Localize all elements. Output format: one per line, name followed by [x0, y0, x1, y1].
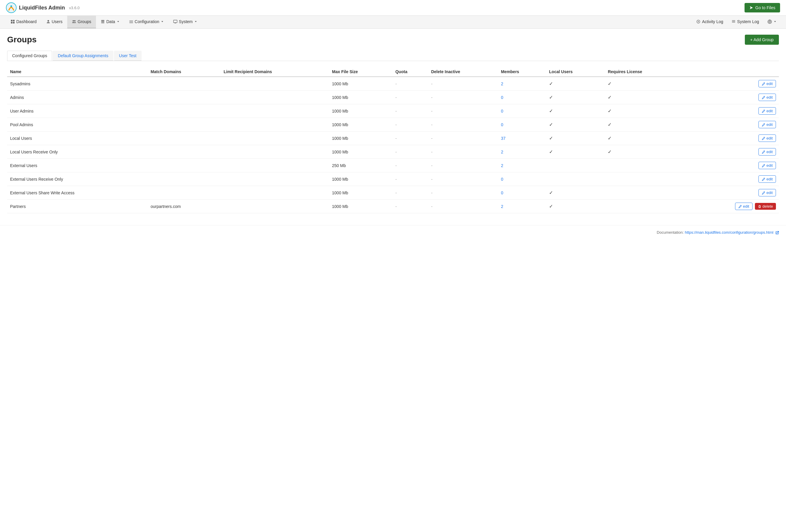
col-header-name: Name [7, 67, 147, 77]
groups-icon [72, 20, 76, 24]
cell-actions: edit [685, 159, 779, 172]
edit-button[interactable]: edit [759, 189, 776, 196]
members-link[interactable]: 0 [501, 109, 503, 113]
cell-actions: edit [685, 91, 779, 104]
svg-rect-19 [175, 23, 176, 23]
edit-button[interactable]: edit [735, 203, 753, 210]
cell-max-file-size: 250 Mb [329, 159, 392, 172]
nav-item-activity-log[interactable]: Activity Log [693, 16, 727, 28]
chevron-down-icon [194, 20, 197, 23]
cell-local-users: ✓ [546, 132, 605, 145]
nav-item-system-log[interactable]: System Log [728, 16, 763, 28]
members-link[interactable]: 2 [501, 163, 503, 168]
nav-item-groups[interactable]: Groups [67, 16, 96, 28]
delete-button[interactable]: delete [755, 203, 776, 210]
cell-name: Partners [7, 200, 147, 213]
checkmark-icon: ✓ [608, 95, 611, 100]
users-icon [46, 20, 50, 24]
edit-button[interactable]: edit [759, 175, 776, 183]
svg-rect-10 [101, 20, 105, 21]
cell-delete-inactive: - [428, 145, 498, 159]
cell-members: 0 [498, 186, 546, 200]
cell-requires-license: ✓ [605, 145, 685, 159]
col-header-requires-license: Requires License [605, 67, 685, 77]
nav-item-users[interactable]: Users [42, 16, 68, 28]
edit-icon [762, 82, 765, 86]
edit-button[interactable]: edit [759, 121, 776, 128]
tab-user-test[interactable]: User Test [114, 51, 142, 61]
edit-button[interactable]: edit [759, 162, 776, 169]
nav-item-dashboard[interactable]: Dashboard [6, 16, 42, 28]
cell-quota: - [392, 91, 428, 104]
cell-actions: edit [685, 132, 779, 145]
cell-actions: edit [685, 104, 779, 118]
send-icon [749, 6, 754, 10]
cell-local-users [546, 159, 605, 172]
cell-name: External Users Receive Only [7, 172, 147, 186]
edit-icon [762, 191, 765, 194]
edit-button[interactable]: edit [759, 80, 776, 87]
chevron-down-icon [117, 20, 120, 23]
table-row: Admins 1000 Mb - - 0 ✓ ✓ edit [7, 91, 779, 104]
external-link-icon [775, 231, 779, 235]
cell-limit-recipient [221, 91, 329, 104]
checkmark-icon: ✓ [608, 81, 611, 86]
col-header-match-domains: Match Domains [147, 67, 221, 77]
table-body: Sysadmins 1000 Mb - - 2 ✓ ✓ edit Admins … [7, 77, 779, 213]
doc-link[interactable]: https://man.liquidfiles.com/configuratio… [685, 230, 773, 235]
add-group-button[interactable]: + Add Group [745, 34, 779, 45]
cell-match-domains [147, 104, 221, 118]
cell-max-file-size: 1000 Mb [329, 186, 392, 200]
cell-members: 0 [498, 91, 546, 104]
cell-requires-license [605, 159, 685, 172]
tab-default-group-assignments[interactable]: Default Group Assignments [53, 51, 113, 61]
cell-name: External Users Share Write Access [7, 186, 147, 200]
svg-rect-5 [11, 22, 13, 23]
svg-point-7 [47, 20, 49, 22]
brand: LiquidFiles Admin v3.6.0 [6, 2, 80, 13]
cell-requires-license: ✓ [605, 118, 685, 132]
nav-item-configuration[interactable]: Configuration [124, 16, 168, 28]
cell-delete-inactive: - [428, 118, 498, 132]
cell-match-domains [147, 186, 221, 200]
edit-button[interactable]: edit [759, 94, 776, 101]
edit-button[interactable]: edit [759, 107, 776, 115]
edit-button[interactable]: edit [759, 135, 776, 142]
cell-requires-license [605, 172, 685, 186]
members-link[interactable]: 2 [501, 204, 503, 209]
systemlog-icon [732, 20, 736, 24]
svg-marker-27 [774, 21, 776, 22]
tab-configured-groups[interactable]: Configured Groups [7, 51, 52, 61]
cell-actions: edit [685, 118, 779, 132]
cell-match-domains [147, 145, 221, 159]
cell-name: Local Users [7, 132, 147, 145]
cell-requires-license: ✓ [605, 77, 685, 91]
members-link[interactable]: 2 [501, 82, 503, 86]
chevron-down-icon [161, 20, 164, 23]
nav-item-system[interactable]: System [168, 16, 202, 28]
cell-local-users: ✓ [546, 200, 605, 213]
cell-match-domains [147, 91, 221, 104]
nav-item-data[interactable]: Data [96, 16, 124, 28]
col-header-delete-inactive: Delete Inactive [428, 67, 498, 77]
cell-limit-recipient [221, 132, 329, 145]
members-link[interactable]: 0 [501, 177, 503, 182]
cell-actions: edit [685, 145, 779, 159]
checkmark-icon: ✓ [549, 122, 553, 127]
nav-item-settings[interactable] [764, 16, 780, 28]
cell-max-file-size: 1000 Mb [329, 200, 392, 213]
members-link[interactable]: 2 [501, 149, 503, 154]
edit-icon [762, 164, 765, 167]
col-header-members: Members [498, 67, 546, 77]
members-link[interactable]: 37 [501, 136, 506, 141]
page-content: Groups + Add Group Configured Groups Def… [0, 29, 786, 219]
table-row: Local Users 1000 Mb - - 37 ✓ ✓ edit [7, 132, 779, 145]
edit-icon [762, 123, 765, 126]
members-link[interactable]: 0 [501, 122, 503, 127]
checkmark-icon: ✓ [608, 149, 611, 154]
go-to-files-button[interactable]: Go to Files [744, 3, 780, 13]
members-link[interactable]: 0 [501, 95, 503, 100]
cell-max-file-size: 1000 Mb [329, 118, 392, 132]
members-link[interactable]: 0 [501, 190, 503, 195]
edit-button[interactable]: edit [759, 148, 776, 156]
